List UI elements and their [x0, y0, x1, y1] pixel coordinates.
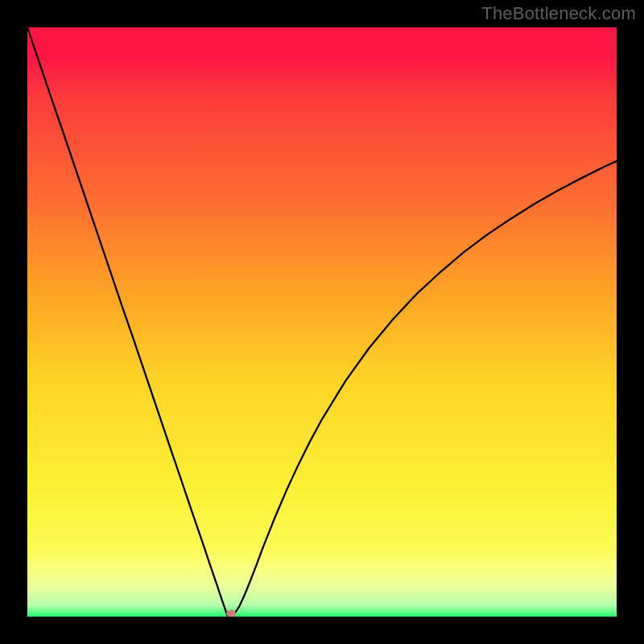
chart-frame: TheBottleneck.com: [0, 0, 644, 644]
watermark-text: TheBottleneck.com: [481, 3, 636, 24]
minimum-marker-icon: [226, 610, 236, 617]
plot-area: [27, 27, 617, 617]
bottleneck-curve: [27, 27, 617, 617]
